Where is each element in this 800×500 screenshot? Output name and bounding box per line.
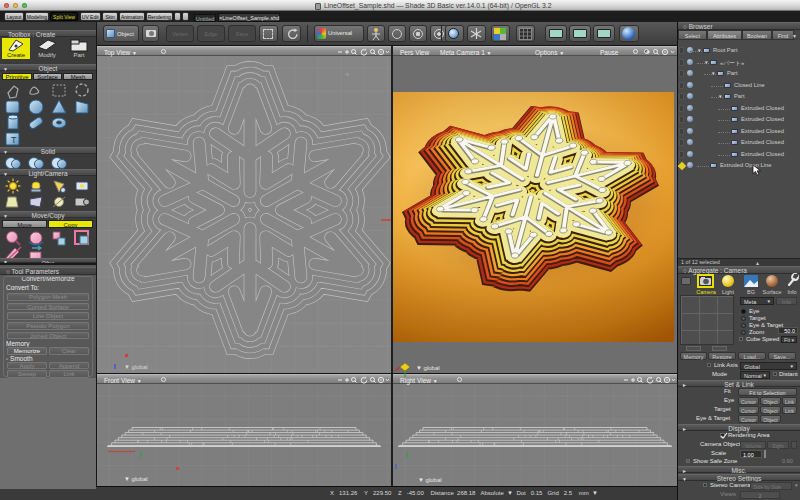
svg-text:T: T	[11, 135, 17, 145]
